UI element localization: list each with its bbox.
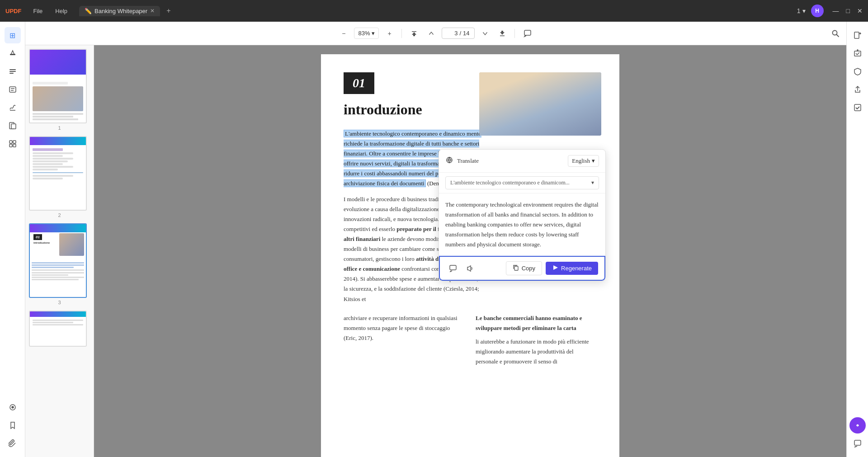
user-avatar[interactable]: H xyxy=(811,5,824,17)
chat-action-btn[interactable] xyxy=(446,262,460,275)
page-image xyxy=(479,72,601,136)
toolbar-divider-2 xyxy=(514,29,515,38)
translate-icon xyxy=(445,156,453,166)
sidebar-icon-edit[interactable] xyxy=(5,63,21,80)
svg-rect-1 xyxy=(9,69,16,70)
language-dropdown[interactable]: English ▾ xyxy=(568,155,599,167)
sidebar-icon-pages[interactable] xyxy=(5,118,21,134)
sidebar-icon-bookmark[interactable] xyxy=(5,417,21,433)
speaker-action-btn[interactable] xyxy=(463,262,477,275)
comment-btn[interactable] xyxy=(520,26,535,41)
svg-rect-0 xyxy=(10,54,15,55)
pdf-page: 01 introduzione L'ambiente tecnologico c… xyxy=(321,54,619,457)
sidebar-icon-organize[interactable] xyxy=(5,136,21,152)
sidebar-left: ⊞ xyxy=(0,22,25,457)
copy-icon xyxy=(513,264,519,272)
copy-btn[interactable]: Copy xyxy=(506,261,542,275)
dropdown-chevron: ▾ xyxy=(592,157,595,165)
svg-rect-24 xyxy=(854,104,861,111)
maximize-btn[interactable]: □ xyxy=(846,7,850,14)
titlebar: UPDF File Help ✏️ Banking Whitepaper ✕ +… xyxy=(0,0,868,22)
menu-file[interactable]: File xyxy=(28,6,47,16)
source-dropdown[interactable]: L'ambiente tecnologico contemporaneo e d… xyxy=(445,176,599,189)
zoom-display[interactable]: 83% ▾ xyxy=(354,28,379,39)
translate-label: Translate xyxy=(457,157,479,165)
source-chevron: ▾ xyxy=(591,179,594,186)
svg-rect-10 xyxy=(9,141,12,143)
tab-title: Banking Whitepaper xyxy=(94,8,147,14)
main-layout: ⊞ − 83 xyxy=(0,22,868,457)
app-logo: UPDF xyxy=(5,8,21,14)
sidebar-icon-highlight[interactable] xyxy=(5,45,21,61)
regenerate-icon xyxy=(552,264,558,272)
content-area: − 83% ▾ + / 14 xyxy=(25,22,846,457)
thumbnail-4[interactable] xyxy=(29,311,90,347)
window-controls: — □ ✕ xyxy=(833,7,863,14)
thumb-img-2 xyxy=(29,136,87,211)
page-counter-btn[interactable]: 1 ▾ xyxy=(797,7,806,14)
svg-rect-26 xyxy=(854,440,861,445)
svg-marker-21 xyxy=(553,265,558,270)
sidebar-icon-ai[interactable] xyxy=(5,399,21,415)
sidebar-icon-form[interactable] xyxy=(5,81,21,98)
menu-help[interactable]: Help xyxy=(51,6,72,16)
sidebar-icon-signature[interactable] xyxy=(5,99,21,116)
regenerate-label: Regenerate xyxy=(561,265,592,272)
page-up-btn[interactable] xyxy=(425,27,438,40)
toolbar-divider-1 xyxy=(401,29,402,38)
language-value: English xyxy=(572,157,590,165)
svg-point-15 xyxy=(12,406,14,408)
right-icon-ai[interactable] xyxy=(849,417,866,433)
thumb-num-2: 2 xyxy=(29,212,90,218)
regenerate-btn[interactable]: Regenerate xyxy=(546,262,598,275)
right-icon-mark-done[interactable] xyxy=(849,99,866,116)
translate-actions: Copy Regenerate xyxy=(439,256,605,281)
tab-edit-icon: ✏️ xyxy=(85,8,92,14)
active-tab[interactable]: ✏️ Banking Whitepaper ✕ xyxy=(79,6,160,16)
sidebar-icon-attachment[interactable] xyxy=(5,435,21,452)
thumb-num-1: 1 xyxy=(29,125,90,131)
new-tab-btn[interactable]: + xyxy=(166,7,170,15)
page-section-num: 01 xyxy=(344,72,374,94)
body-col-left: archiviare e recuperare informazioni in … xyxy=(344,313,458,367)
source-text-preview: L'ambiente tecnologico contemporaneo e d… xyxy=(450,179,570,186)
right-icon-chat[interactable] xyxy=(849,435,866,452)
minimize-btn[interactable]: — xyxy=(833,7,839,14)
pdf-viewer: 01 introduzione L'ambiente tecnologico c… xyxy=(94,45,846,457)
body-para-efficiency: li aiuterebbe a funzionare in modo più e… xyxy=(476,337,590,367)
svg-rect-9 xyxy=(11,124,16,129)
right-icon-protect[interactable] xyxy=(849,63,866,80)
jump-top-btn[interactable] xyxy=(407,27,421,40)
zoom-out-btn[interactable]: − xyxy=(337,27,350,40)
translate-header: Translate English ▾ xyxy=(439,150,605,173)
source-selector: L'ambiente tecnologico contemporaneo e d… xyxy=(439,173,605,193)
svg-rect-23 xyxy=(854,51,861,56)
thumb-num-3: 3 xyxy=(29,300,90,305)
translated-content: The contemporary technological environme… xyxy=(439,193,605,256)
close-btn[interactable]: ✕ xyxy=(857,7,863,14)
current-page-input[interactable] xyxy=(447,30,458,37)
svg-rect-11 xyxy=(13,141,16,143)
right-icon-share[interactable] xyxy=(849,81,866,98)
thumbnail-3[interactable]: 01 introduzione xyxy=(29,223,90,305)
tab-close-btn[interactable]: ✕ xyxy=(150,8,155,14)
jump-bottom-btn[interactable] xyxy=(495,27,509,40)
body-col-right: Le banche commerciali hanno esaminato e … xyxy=(476,313,590,367)
thumbnail-1[interactable]: 1 xyxy=(29,49,90,131)
right-icon-convert[interactable] xyxy=(849,27,866,43)
right-icon-export-img[interactable] xyxy=(849,45,866,61)
svg-rect-20 xyxy=(514,266,518,270)
zoom-in-btn[interactable]: + xyxy=(382,27,396,40)
copy-label: Copy xyxy=(522,265,535,272)
zoom-chevron: ▾ xyxy=(372,30,375,37)
svg-rect-3 xyxy=(9,73,14,74)
thumbnail-panel: 1 xyxy=(25,45,94,457)
svg-rect-13 xyxy=(13,144,16,147)
page-down-btn[interactable] xyxy=(478,27,492,40)
search-btn[interactable] xyxy=(828,26,843,41)
sidebar-icon-thumbnail[interactable]: ⊞ xyxy=(5,27,21,43)
svg-rect-22 xyxy=(854,32,859,38)
thumbnail-2[interactable]: 2 xyxy=(29,136,90,218)
toolbar: − 83% ▾ + / 14 xyxy=(25,22,846,45)
page-display: / 14 xyxy=(442,28,474,39)
